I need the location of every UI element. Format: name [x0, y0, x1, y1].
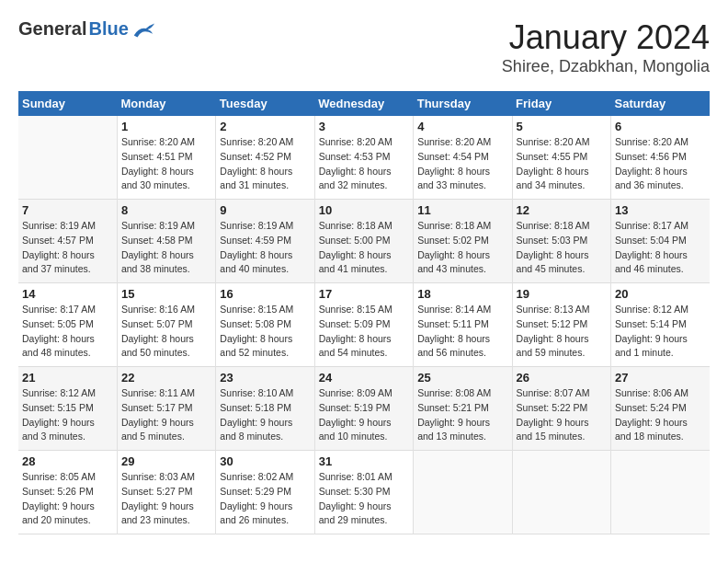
day-info: Sunrise: 8:08 AMSunset: 5:21 PMDaylight:…	[417, 386, 507, 444]
calendar-day-cell: 23Sunrise: 8:10 AMSunset: 5:18 PMDayligh…	[216, 367, 314, 451]
day-number: 26	[517, 371, 607, 385]
day-info: Sunrise: 8:18 AMSunset: 5:02 PMDaylight:…	[417, 219, 507, 277]
calendar-day-cell	[611, 451, 710, 534]
logo: GeneralBlue	[18, 18, 156, 40]
calendar-day-cell: 29Sunrise: 8:03 AMSunset: 5:27 PMDayligh…	[117, 451, 215, 534]
day-info: Sunrise: 8:17 AMSunset: 5:04 PMDaylight:…	[615, 219, 706, 277]
calendar-day-cell	[414, 451, 512, 534]
day-number: 11	[417, 203, 507, 217]
calendar-table: SundayMondayTuesdayWednesdayThursdayFrid…	[18, 91, 710, 534]
day-number: 18	[417, 287, 507, 301]
day-info: Sunrise: 8:07 AMSunset: 5:22 PMDaylight:…	[517, 386, 607, 444]
calendar-day-cell: 14Sunrise: 8:17 AMSunset: 5:05 PMDayligh…	[18, 283, 117, 367]
day-number: 5	[517, 120, 607, 133]
header-day: Monday	[117, 91, 215, 116]
day-info: Sunrise: 8:19 AMSunset: 4:59 PMDaylight:…	[220, 219, 310, 277]
calendar-day-cell: 2Sunrise: 8:20 AMSunset: 4:52 PMDaylight…	[216, 116, 314, 200]
calendar-day-cell: 10Sunrise: 8:18 AMSunset: 5:00 PMDayligh…	[314, 200, 413, 283]
day-info: Sunrise: 8:17 AMSunset: 5:05 PMDaylight:…	[22, 303, 113, 361]
header-day: Saturday	[611, 91, 710, 116]
calendar-body: 1Sunrise: 8:20 AMSunset: 4:51 PMDaylight…	[18, 116, 710, 534]
calendar-day-cell: 5Sunrise: 8:20 AMSunset: 4:55 PMDaylight…	[512, 116, 610, 200]
day-info: Sunrise: 8:20 AMSunset: 4:53 PMDaylight:…	[319, 135, 409, 193]
day-number: 7	[22, 203, 113, 217]
logo-general: General	[18, 18, 86, 40]
header-day: Tuesday	[216, 91, 314, 116]
day-info: Sunrise: 8:12 AMSunset: 5:15 PMDaylight:…	[22, 386, 113, 444]
logo-bird-icon	[131, 19, 156, 40]
day-number: 10	[319, 203, 409, 217]
calendar-day-cell: 7Sunrise: 8:19 AMSunset: 4:57 PMDaylight…	[18, 200, 117, 283]
calendar-day-cell: 30Sunrise: 8:02 AMSunset: 5:29 PMDayligh…	[216, 451, 314, 534]
day-info: Sunrise: 8:20 AMSunset: 4:56 PMDaylight:…	[615, 135, 706, 193]
logo-blue: Blue	[88, 18, 128, 40]
day-number: 24	[319, 371, 409, 385]
day-number: 31	[319, 454, 409, 468]
calendar-day-cell: 26Sunrise: 8:07 AMSunset: 5:22 PMDayligh…	[512, 367, 610, 451]
calendar-day-cell: 18Sunrise: 8:14 AMSunset: 5:11 PMDayligh…	[414, 283, 512, 367]
calendar-day-cell: 15Sunrise: 8:16 AMSunset: 5:07 PMDayligh…	[117, 283, 215, 367]
calendar-day-cell: 24Sunrise: 8:09 AMSunset: 5:19 PMDayligh…	[314, 367, 413, 451]
day-info: Sunrise: 8:03 AMSunset: 5:27 PMDaylight:…	[121, 470, 211, 528]
day-number: 21	[22, 371, 113, 385]
day-number: 2	[220, 120, 310, 133]
day-info: Sunrise: 8:19 AMSunset: 4:58 PMDaylight:…	[121, 219, 211, 277]
day-info: Sunrise: 8:10 AMSunset: 5:18 PMDaylight:…	[220, 386, 310, 444]
calendar-day-cell: 12Sunrise: 8:18 AMSunset: 5:03 PMDayligh…	[512, 200, 610, 283]
day-info: Sunrise: 8:20 AMSunset: 4:52 PMDaylight:…	[220, 135, 310, 193]
header-day: Thursday	[414, 91, 512, 116]
day-info: Sunrise: 8:12 AMSunset: 5:14 PMDaylight:…	[615, 303, 706, 361]
day-number: 16	[220, 287, 310, 301]
logo-text: GeneralBlue	[18, 18, 129, 40]
day-number: 15	[121, 287, 211, 301]
day-number: 30	[220, 454, 310, 468]
header-day: Wednesday	[314, 91, 413, 116]
day-number: 23	[220, 371, 310, 385]
calendar-day-cell: 27Sunrise: 8:06 AMSunset: 5:24 PMDayligh…	[611, 367, 710, 451]
day-number: 19	[517, 287, 607, 301]
day-number: 13	[615, 203, 706, 217]
calendar-day-cell: 1Sunrise: 8:20 AMSunset: 4:51 PMDaylight…	[117, 116, 215, 200]
calendar-day-cell: 20Sunrise: 8:12 AMSunset: 5:14 PMDayligh…	[611, 283, 710, 367]
calendar-day-cell: 3Sunrise: 8:20 AMSunset: 4:53 PMDaylight…	[314, 116, 413, 200]
calendar-week-row: 28Sunrise: 8:05 AMSunset: 5:26 PMDayligh…	[18, 451, 710, 534]
day-info: Sunrise: 8:16 AMSunset: 5:07 PMDaylight:…	[121, 303, 211, 361]
day-number: 9	[220, 203, 310, 217]
title-block: January 2024 Shiree, Dzabkhan, Mongolia	[502, 18, 710, 76]
calendar-day-cell: 13Sunrise: 8:17 AMSunset: 5:04 PMDayligh…	[611, 200, 710, 283]
page-header: GeneralBlue January 2024 Shiree, Dzabkha…	[18, 18, 710, 76]
calendar-week-row: 7Sunrise: 8:19 AMSunset: 4:57 PMDaylight…	[18, 200, 710, 283]
day-number: 14	[22, 287, 113, 301]
day-number: 1	[121, 120, 211, 133]
day-info: Sunrise: 8:09 AMSunset: 5:19 PMDaylight:…	[319, 386, 409, 444]
month-title: January 2024	[502, 18, 710, 57]
day-number: 17	[319, 287, 409, 301]
day-number: 29	[121, 454, 211, 468]
location-title: Shiree, Dzabkhan, Mongolia	[502, 57, 710, 76]
day-info: Sunrise: 8:15 AMSunset: 5:08 PMDaylight:…	[220, 303, 310, 361]
day-info: Sunrise: 8:13 AMSunset: 5:12 PMDaylight:…	[517, 303, 607, 361]
day-info: Sunrise: 8:15 AMSunset: 5:09 PMDaylight:…	[319, 303, 409, 361]
calendar-day-cell	[18, 116, 117, 200]
day-number: 22	[121, 371, 211, 385]
day-info: Sunrise: 8:19 AMSunset: 4:57 PMDaylight:…	[22, 219, 113, 277]
day-number: 6	[615, 120, 706, 133]
calendar-day-cell: 16Sunrise: 8:15 AMSunset: 5:08 PMDayligh…	[216, 283, 314, 367]
calendar-day-cell: 17Sunrise: 8:15 AMSunset: 5:09 PMDayligh…	[314, 283, 413, 367]
day-number: 12	[517, 203, 607, 217]
day-number: 8	[121, 203, 211, 217]
calendar-day-cell: 8Sunrise: 8:19 AMSunset: 4:58 PMDaylight…	[117, 200, 215, 283]
day-number: 4	[417, 120, 507, 133]
calendar-week-row: 14Sunrise: 8:17 AMSunset: 5:05 PMDayligh…	[18, 283, 710, 367]
day-number: 25	[417, 371, 507, 385]
day-number: 3	[319, 120, 409, 133]
calendar-header: SundayMondayTuesdayWednesdayThursdayFrid…	[18, 91, 710, 116]
calendar-day-cell: 11Sunrise: 8:18 AMSunset: 5:02 PMDayligh…	[414, 200, 512, 283]
day-info: Sunrise: 8:05 AMSunset: 5:26 PMDaylight:…	[22, 470, 113, 528]
calendar-week-row: 21Sunrise: 8:12 AMSunset: 5:15 PMDayligh…	[18, 367, 710, 451]
day-info: Sunrise: 8:02 AMSunset: 5:29 PMDaylight:…	[220, 470, 310, 528]
calendar-week-row: 1Sunrise: 8:20 AMSunset: 4:51 PMDaylight…	[18, 116, 710, 200]
day-info: Sunrise: 8:14 AMSunset: 5:11 PMDaylight:…	[417, 303, 507, 361]
day-info: Sunrise: 8:20 AMSunset: 4:54 PMDaylight:…	[417, 135, 507, 193]
day-number: 28	[22, 454, 113, 468]
